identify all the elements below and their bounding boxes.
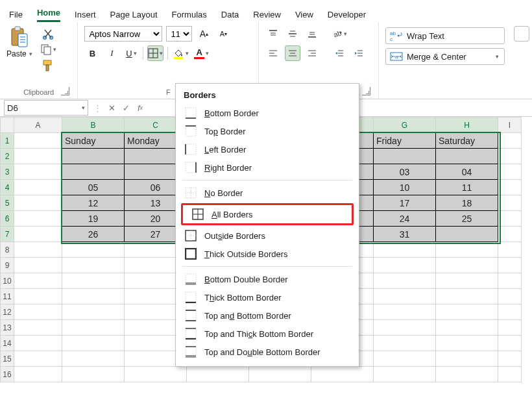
cell[interactable]: 05 — [62, 180, 125, 195]
tab-insert[interactable]: Insert — [75, 10, 96, 22]
underline-button[interactable]: U▾ — [123, 45, 139, 61]
cell[interactable]: 24 — [374, 211, 436, 227]
cell[interactable]: 12 — [62, 195, 125, 211]
enter-formula-icon[interactable]: ✓ — [119, 101, 133, 115]
row-header[interactable]: 13 — [1, 320, 14, 336]
col-header[interactable]: I — [498, 117, 522, 133]
tab-developer[interactable]: Developer — [328, 10, 366, 22]
font-size-select[interactable]: 11 — [166, 26, 192, 42]
cell[interactable]: Sunday — [62, 133, 125, 149]
cell[interactable]: 18 — [436, 195, 498, 211]
tab-file[interactable]: File — [9, 10, 23, 22]
row-header[interactable]: 7 — [1, 227, 14, 242]
paste-icon[interactable] — [10, 26, 29, 48]
border-bottom-double-item[interactable]: Bottom Double Border — [176, 270, 359, 288]
cell[interactable]: 26 — [62, 227, 125, 242]
merge-center-button[interactable]: a Merge & Center ▾ — [385, 48, 505, 65]
row-header[interactable]: 3 — [1, 164, 14, 180]
wrap-text-button[interactable]: abc Wrap Text — [385, 27, 505, 44]
svg-rect-45 — [186, 108, 196, 118]
border-left-item[interactable]: Left Border — [176, 140, 359, 158]
cell[interactable]: 03 — [374, 164, 436, 180]
tab-data[interactable]: Data — [221, 10, 239, 22]
tab-view[interactable]: View — [295, 10, 313, 22]
decrease-indent-icon[interactable] — [332, 45, 347, 61]
cell[interactable]: 11 — [436, 180, 498, 195]
align-right-icon[interactable] — [304, 45, 320, 61]
row-header[interactable]: 2 — [1, 149, 14, 164]
svg-rect-9 — [44, 47, 51, 55]
border-thick-outside-item[interactable]: Thick Outside Borders — [176, 245, 359, 263]
border-thick-bottom-item[interactable]: Thick Bottom Border — [176, 288, 359, 306]
border-all-item[interactable]: All Borders — [183, 205, 352, 223]
cell[interactable]: Saturday — [436, 133, 498, 149]
align-left-icon[interactable] — [265, 45, 281, 61]
border-top-thick-bottom-item[interactable]: Top and Thick Bottom Border — [176, 325, 359, 343]
row-header[interactable]: 5 — [1, 195, 14, 211]
italic-button[interactable]: I — [104, 45, 119, 61]
col-header[interactable]: G — [374, 117, 436, 133]
row-header[interactable]: 15 — [1, 351, 14, 367]
tab-formulas[interactable]: Formulas — [172, 10, 207, 22]
cell[interactable]: 19 — [62, 211, 125, 227]
border-bottom-item[interactable]: Bottom Border — [176, 104, 359, 122]
col-header[interactable]: A — [14, 117, 62, 133]
clipboard-launcher-icon[interactable] — [61, 87, 69, 95]
align-bottom-icon[interactable] — [304, 26, 320, 42]
copy-icon[interactable]: ▾ — [40, 43, 56, 55]
svg-rect-51 — [186, 162, 196, 173]
col-header[interactable]: B — [62, 117, 125, 133]
paste-button[interactable]: Paste▾ — [6, 49, 32, 58]
cell[interactable]: 04 — [436, 164, 498, 180]
cell[interactable] — [436, 227, 498, 242]
decrease-font-icon[interactable]: A▾ — [215, 26, 231, 42]
format-painter-icon[interactable] — [40, 59, 56, 72]
fill-color-button[interactable]: ▾ — [172, 45, 189, 61]
merge-center-icon: a — [390, 51, 403, 62]
wrap-text-icon: abc — [390, 30, 403, 42]
orientation-icon[interactable]: ab▾ — [332, 26, 348, 42]
align-center-icon[interactable] — [285, 45, 300, 61]
alignment-launcher-icon[interactable] — [362, 87, 370, 95]
border-none-item[interactable]: No Border — [176, 184, 359, 202]
col-header[interactable]: H — [436, 117, 498, 133]
cell[interactable]: Friday — [374, 133, 436, 149]
cell[interactable]: 17 — [374, 195, 436, 211]
row-header[interactable]: 16 — [1, 367, 14, 382]
row-header[interactable]: 1 — [1, 133, 14, 149]
align-top-icon[interactable] — [265, 26, 281, 42]
select-all-corner[interactable] — [1, 117, 14, 133]
name-box[interactable]: D6 ▾ — [4, 100, 88, 116]
align-middle-icon[interactable] — [285, 26, 300, 42]
svg-rect-1 — [15, 27, 20, 31]
row-header[interactable]: 10 — [1, 273, 14, 289]
increase-indent-icon[interactable] — [351, 45, 367, 61]
bold-button[interactable]: B — [84, 45, 100, 61]
increase-font-icon[interactable]: A▴ — [196, 26, 212, 42]
tab-home[interactable]: Home — [37, 8, 60, 22]
cut-icon[interactable] — [40, 28, 56, 40]
row-header[interactable]: 12 — [1, 304, 14, 320]
row-header[interactable]: 4 — [1, 180, 14, 195]
fx-icon[interactable]: fx — [133, 101, 147, 115]
row-header[interactable]: 8 — [1, 242, 14, 258]
border-top-item[interactable]: Top Border — [176, 122, 359, 140]
row-header[interactable]: 11 — [1, 289, 14, 304]
row-header[interactable]: 9 — [1, 258, 14, 273]
border-top-bottom-item[interactable]: Top and Bottom Border — [176, 306, 359, 325]
row-header[interactable]: 6 — [1, 211, 14, 227]
cell[interactable]: 25 — [436, 211, 498, 227]
cancel-formula-icon[interactable]: ✕ — [104, 101, 119, 115]
row-header[interactable]: 14 — [1, 336, 14, 351]
cell[interactable]: 10 — [374, 180, 436, 195]
borders-button[interactable]: ▾ — [147, 45, 163, 61]
tab-pagelayout[interactable]: Page Layout — [110, 10, 158, 22]
font-color-button[interactable]: A▾ — [193, 45, 210, 61]
border-top-double-bottom-item[interactable]: Top and Double Bottom Border — [176, 343, 359, 361]
border-outside-item[interactable]: Outside Borders — [176, 227, 359, 245]
collapse-ribbon-icon[interactable] — [514, 26, 529, 42]
border-right-item[interactable]: Right Border — [176, 158, 359, 177]
font-name-select[interactable]: Aptos Narrow — [84, 26, 162, 42]
tab-review[interactable]: Review — [253, 10, 281, 22]
cell[interactable]: 31 — [374, 227, 436, 242]
